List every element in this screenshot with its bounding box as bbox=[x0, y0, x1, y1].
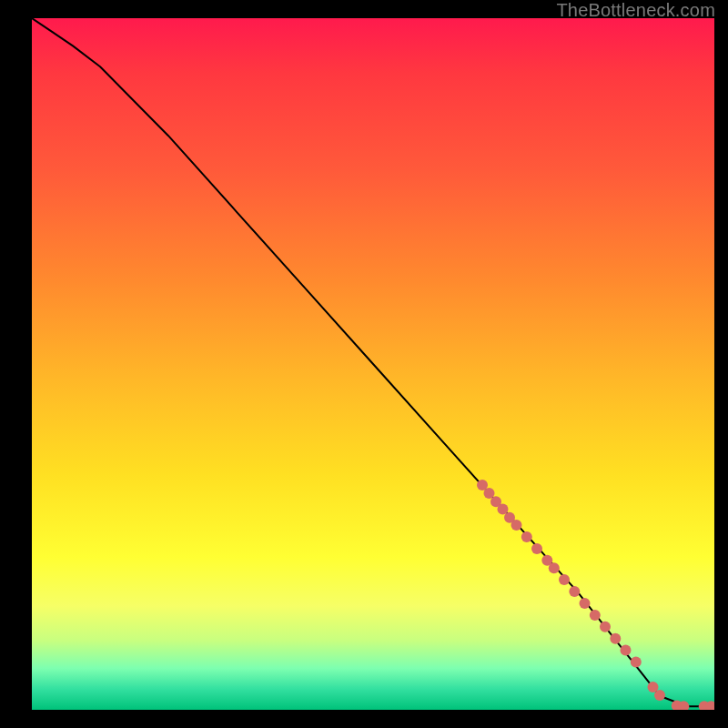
sample-dot bbox=[559, 574, 570, 585]
sample-dot bbox=[541, 555, 552, 566]
sample-dot bbox=[621, 645, 632, 656]
sample-dot bbox=[521, 531, 532, 542]
sample-dot bbox=[654, 690, 665, 701]
sample-dot bbox=[705, 701, 714, 710]
bottleneck-curve bbox=[32, 18, 714, 706]
sample-dot bbox=[549, 562, 560, 573]
sample-dot bbox=[569, 586, 580, 597]
chart-stage: TheBottleneck.com bbox=[0, 0, 728, 728]
sample-dot bbox=[490, 496, 501, 507]
sample-dot bbox=[590, 610, 601, 621]
sample-dot bbox=[631, 657, 642, 668]
curve-layer bbox=[32, 18, 714, 710]
sample-dot bbox=[610, 633, 621, 644]
sample-dot bbox=[484, 488, 495, 499]
sample-dot bbox=[648, 682, 659, 693]
sample-dot bbox=[580, 598, 591, 609]
sample-dot bbox=[672, 700, 682, 710]
sample-dots bbox=[477, 480, 714, 710]
sample-dot bbox=[600, 622, 611, 632]
sample-dot bbox=[511, 520, 522, 531]
sample-dot bbox=[699, 701, 710, 710]
sample-dot bbox=[531, 543, 542, 554]
sample-dot bbox=[678, 701, 689, 710]
sample-dot bbox=[498, 504, 509, 515]
attribution-text: TheBottleneck.com bbox=[556, 0, 715, 21]
plot-area bbox=[32, 18, 714, 710]
sample-dot bbox=[504, 512, 515, 523]
sample-dot bbox=[477, 480, 488, 490]
